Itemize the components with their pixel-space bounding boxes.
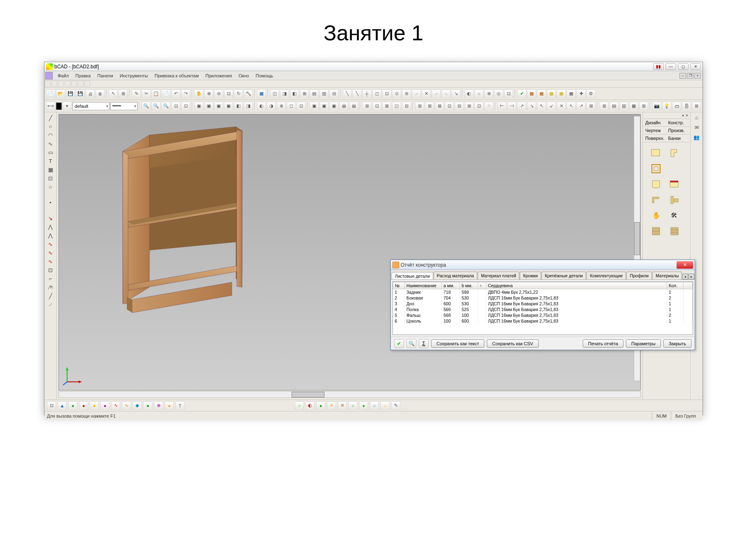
op-1-icon[interactable]: ⊞ [600,102,609,111]
bt-12-icon[interactable]: ● [165,401,174,410]
db-1-icon[interactable]: 🗃 [672,102,681,111]
bt-r9-icon[interactable]: ⟐ [381,401,390,410]
bt-r1-icon[interactable]: ○ [295,401,304,410]
scrollbar-horizontal[interactable] [58,391,641,398]
circle-tool-icon[interactable]: ○ [46,123,55,130]
point-tool-icon[interactable]: • [46,199,55,206]
menu-panels[interactable]: Панели [94,72,116,79]
mail-icon[interactable]: ✉ [692,124,701,131]
radius-tool-icon[interactable]: ╱R [46,283,55,291]
bt-2-icon[interactable]: ▲ [58,401,67,410]
bt-r3-icon[interactable]: ● [316,401,325,410]
bt-r6-icon[interactable]: ○ [348,401,357,410]
panel-close-icon[interactable]: ▾ ✕ [644,113,689,119]
hatch-tool-icon[interactable]: ▦ [46,166,55,173]
panel-profile2-icon[interactable] [669,194,680,206]
maximize-button[interactable]: ◻ [678,63,689,70]
extend-tool-icon[interactable]: ⟋ [46,301,55,308]
dim-tool-4-icon[interactable]: ∿ [46,240,55,248]
bt-4-icon[interactable]: ● [79,401,88,410]
layers-icon[interactable]: ▦ [257,89,266,98]
linetype-combo[interactable]: ━━━ [110,102,138,110]
search-icon[interactable]: 🔍 [406,339,416,348]
menu-edit[interactable]: Правка [72,72,94,79]
snap-2-icon[interactable]: ╲ [352,89,362,98]
cam-icon[interactable]: 📷 [652,102,661,111]
tab-design[interactable]: Дизайн [644,119,667,127]
iso-1-icon[interactable]: ▣ [194,102,203,111]
ucs-3-icon[interactable]: ⊕ [484,89,493,98]
menu-snap[interactable]: Привязка к объектам [151,72,202,79]
panel-tool-icon[interactable]: 🛠 [669,210,680,221]
save-as-icon[interactable]: 💾 [76,89,85,98]
dim-5-icon[interactable]: ↖ [537,102,546,111]
panel-curve-icon[interactable] [650,179,662,190]
dim-tool-2-icon[interactable]: ⋀ [46,223,55,230]
redo-icon[interactable]: ↷ [181,89,190,98]
db-3-icon[interactable]: ⊞ [692,102,701,111]
bt-r7-icon[interactable]: ● [359,401,368,410]
mdi-minimize[interactable]: – [679,73,686,79]
render-1-icon[interactable]: ◐ [257,102,266,111]
bt-5-icon[interactable]: ● [90,401,99,410]
mat-7-icon[interactable]: ✚ [577,89,586,98]
mdi-close[interactable]: × [694,73,701,79]
spline-tool-icon[interactable]: ∿ [46,140,55,147]
render-4-icon[interactable]: ◻ [287,102,296,111]
iso-5-icon[interactable]: ◧ [234,102,243,111]
op-2-icon[interactable]: ▤ [609,102,619,111]
snap-8-icon[interactable]: ⟋ [412,89,421,98]
proj-3-icon[interactable]: ▣ [329,102,338,111]
db-2-icon[interactable]: 🗄 [682,102,691,111]
op-4-icon[interactable]: ▦ [629,102,638,111]
arc-tool-icon[interactable]: ◠ [46,131,55,139]
corner-tool-icon[interactable]: ⌐ [46,275,55,282]
render-2-icon[interactable]: ◑ [267,102,276,111]
ucs-1-icon[interactable]: ◐ [465,89,474,98]
ucs-5-icon[interactable]: ⊡ [504,89,513,98]
table-row[interactable]: 2Боковая704530ЛДСП 16мм Бук Бавария 2,75… [393,295,693,301]
dim-tool-3-icon[interactable]: ⋀ [46,232,55,239]
people-icon[interactable]: 👥 [692,134,701,141]
snap-5-icon[interactable]: ⊡ [382,89,391,98]
menu-window[interactable]: Окно [235,72,252,79]
dim-1-icon[interactable]: ⊢ [497,102,507,111]
copy-icon[interactable]: 📋 [152,89,161,98]
ucs-4-icon[interactable]: ◎ [494,89,503,98]
tab-profiles[interactable]: Профили [626,272,652,279]
menu-apps[interactable]: Приложения [202,72,235,79]
snap-1-icon[interactable]: ╲ [343,89,352,98]
view-mode-5-icon[interactable]: ▤ [310,89,319,98]
tab-components[interactable]: Комплектующие [586,272,626,279]
mat-6-icon[interactable]: ▦ [567,89,576,98]
mat-8-icon[interactable]: ⚙ [586,89,595,98]
bt-7-icon[interactable]: ∿ [111,401,120,410]
close-button[interactable]: Закрыть [663,339,691,348]
col-qty[interactable]: Кол. [667,282,684,289]
bt-r4-icon[interactable]: ☀ [327,401,336,410]
snap-10-icon[interactable]: ⟋ [432,89,441,98]
tab-banks[interactable]: Банки [667,135,690,142]
menu-icon[interactable] [45,72,53,79]
grid-1-icon[interactable]: ⊞ [415,102,424,111]
mat-3-icon[interactable]: ▦ [537,89,546,98]
minimize-button[interactable]: — [665,63,676,70]
tab-sheet-parts[interactable]: Листовые детали [392,272,433,280]
line-tool-icon[interactable]: ╱ [46,114,55,121]
dim-tool-6-icon[interactable]: ∿ [46,258,55,265]
cut-icon[interactable]: ✂ [142,89,151,98]
view-mode-3-icon[interactable]: ◧ [290,89,299,98]
tab-panel-material[interactable]: Материал платей [478,272,519,279]
hand-icon[interactable]: ✋ [194,89,203,98]
tab-scroll-left[interactable]: ◂ [682,274,688,279]
sum-icon[interactable]: Σ [419,339,429,348]
zoom-fit-icon[interactable]: ⊡ [224,89,233,98]
rotate-view-icon[interactable]: ↻ [234,89,243,98]
zoom-dyn-icon[interactable]: 🔍 [152,102,161,111]
view-mode-6-icon[interactable]: ▥ [320,89,329,98]
iso-4-icon[interactable]: ▣ [224,102,233,111]
bt-13-icon[interactable]: T [175,401,184,410]
ortho-icon[interactable]: 🏛 [349,102,358,111]
cursor-icon[interactable]: ↖ [109,89,118,98]
table-row[interactable]: 6Цоколь100600ЛДСП 16мм Бук Бавария 2,75x… [393,318,693,324]
